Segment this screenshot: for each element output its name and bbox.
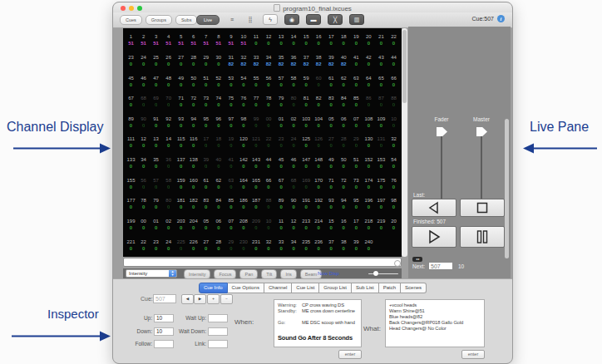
channel-175[interactable]: 1750: [375, 177, 387, 190]
pane-scrollbar[interactable]: [505, 119, 509, 258]
channel-189[interactable]: 890: [275, 197, 288, 210]
channel-34[interactable]: 3482: [263, 54, 275, 67]
channel-86[interactable]: 860: [363, 95, 375, 108]
channel-187[interactable]: 1870: [249, 197, 262, 210]
channel-38[interactable]: 3882: [313, 54, 325, 67]
channel-147[interactable]: 1470: [300, 156, 313, 170]
channel-62[interactable]: 620: [338, 75, 350, 88]
channel-59[interactable]: 590: [300, 75, 313, 88]
channel-240[interactable]: 2400: [363, 239, 375, 252]
mini-slider[interactable]: [368, 273, 398, 275]
channel-118[interactable]: 180: [212, 135, 225, 149]
info-icon[interactable]: i: [497, 15, 505, 22]
channel-212[interactable]: 120: [288, 218, 300, 231]
channel-174[interactable]: 1740: [363, 177, 375, 190]
tab-channel[interactable]: Channel: [264, 283, 292, 293]
channel-98[interactable]: 980: [237, 116, 249, 129]
channel-89[interactable]: 890: [125, 116, 137, 129]
channel-102[interactable]: 020: [288, 116, 300, 129]
channel-1[interactable]: 151: [125, 33, 137, 47]
channel-151[interactable]: 510: [350, 156, 363, 170]
field-input-up[interactable]: [154, 314, 174, 322]
channel-79[interactable]: 790: [275, 95, 288, 108]
channel-156[interactable]: 560: [137, 177, 150, 190]
when-box[interactable]: Warning:CP cross waving DSStandby:ME cro…: [274, 299, 362, 347]
what-enter-button[interactable]: enter: [461, 350, 485, 359]
master-handle[interactable]: [476, 127, 487, 136]
channel-186[interactable]: 1860: [237, 197, 249, 210]
tab-scenes[interactable]: Scenes: [401, 283, 427, 293]
channel-233[interactable]: 330: [275, 239, 288, 252]
channel-121[interactable]: 1210: [249, 135, 262, 149]
channel-36[interactable]: 3682: [288, 54, 300, 67]
prev-cue-button[interactable]: ◀: [181, 294, 194, 304]
channel-219[interactable]: 2190: [375, 218, 387, 231]
view-live-button[interactable]: Live: [196, 15, 220, 25]
channel-56[interactable]: 560: [263, 75, 275, 88]
channel-200[interactable]: 000: [137, 218, 150, 231]
channel-scrollbar[interactable]: [402, 28, 407, 257]
channel-65[interactable]: 650: [375, 75, 387, 88]
channel-97[interactable]: 970: [225, 116, 237, 129]
field-input-down[interactable]: [154, 327, 174, 336]
channel-199[interactable]: 1990: [125, 218, 137, 231]
channel-27[interactable]: 270: [175, 54, 187, 67]
view-cues-button[interactable]: Cues: [120, 15, 142, 25]
channel-66[interactable]: 660: [387, 75, 400, 88]
channel-110[interactable]: 100: [387, 116, 400, 129]
channel-9[interactable]: 951: [225, 33, 237, 47]
channel-63[interactable]: 630: [350, 75, 363, 88]
channel-104[interactable]: 1040: [313, 116, 325, 129]
channel-139[interactable]: 390: [200, 156, 212, 170]
channel-150[interactable]: 500: [338, 156, 350, 170]
channel-94[interactable]: 940: [187, 116, 200, 129]
channel-197[interactable]: 1970: [375, 197, 387, 210]
channel-32[interactable]: 3282: [237, 54, 249, 67]
channel-205[interactable]: 050: [200, 218, 212, 231]
channel-146[interactable]: 460: [288, 156, 300, 170]
channel-171[interactable]: 710: [325, 177, 338, 190]
field-input-waitup[interactable]: [208, 314, 228, 322]
channel-44[interactable]: 440: [387, 54, 400, 67]
channel-142[interactable]: 1420: [237, 156, 249, 170]
field-input-follow[interactable]: [154, 340, 174, 348]
channel-5[interactable]: 551: [175, 33, 187, 47]
channel-232[interactable]: 320: [263, 239, 275, 252]
channel-21[interactable]: 210: [375, 33, 387, 47]
what-box[interactable]: +vcool headsWarm Shine@51Blue heads@82Ba…: [385, 299, 485, 347]
tab-cue-options[interactable]: Cue Options: [228, 283, 264, 293]
tab-sub-list[interactable]: Sub List: [352, 283, 379, 293]
channel-82[interactable]: 820: [313, 95, 325, 108]
channel-14[interactable]: 140: [288, 33, 300, 47]
channel-51[interactable]: 510: [200, 75, 212, 88]
channel-238[interactable]: 380: [338, 239, 350, 252]
channel-132[interactable]: 320: [387, 135, 400, 149]
channel-131[interactable]: 1310: [375, 135, 387, 149]
channel-144[interactable]: 440: [263, 156, 275, 170]
channel-33[interactable]: 3382: [249, 54, 262, 67]
channel-55[interactable]: 550: [249, 75, 262, 88]
channel-204[interactable]: 2040: [187, 218, 200, 231]
channel-166[interactable]: 660: [263, 177, 275, 190]
channel-183[interactable]: 830: [200, 197, 212, 210]
channel-172[interactable]: 720: [338, 177, 350, 190]
channel-188[interactable]: 880: [263, 197, 275, 210]
channel-162[interactable]: 620: [212, 177, 225, 190]
channel-168[interactable]: 680: [288, 177, 300, 190]
back-button[interactable]: [412, 199, 456, 217]
cue-number-input[interactable]: [153, 294, 176, 303]
channel-35[interactable]: 3582: [275, 54, 288, 67]
channel-124[interactable]: 240: [288, 135, 300, 149]
channel-167[interactable]: 670: [275, 177, 288, 190]
channel-7[interactable]: 751: [200, 33, 212, 47]
channel-75[interactable]: 750: [225, 95, 237, 108]
channel-194[interactable]: 940: [338, 197, 350, 210]
channel-117[interactable]: 170: [200, 135, 212, 149]
channel-210[interactable]: 100: [263, 218, 275, 231]
channel-122[interactable]: 220: [263, 135, 275, 149]
channel-57[interactable]: 570: [275, 75, 288, 88]
channel-112[interactable]: 120: [137, 135, 150, 149]
channel-137[interactable]: 1370: [175, 156, 187, 170]
list-view-icon[interactable]: ≡: [226, 15, 238, 25]
channel-28[interactable]: 280: [187, 54, 200, 67]
